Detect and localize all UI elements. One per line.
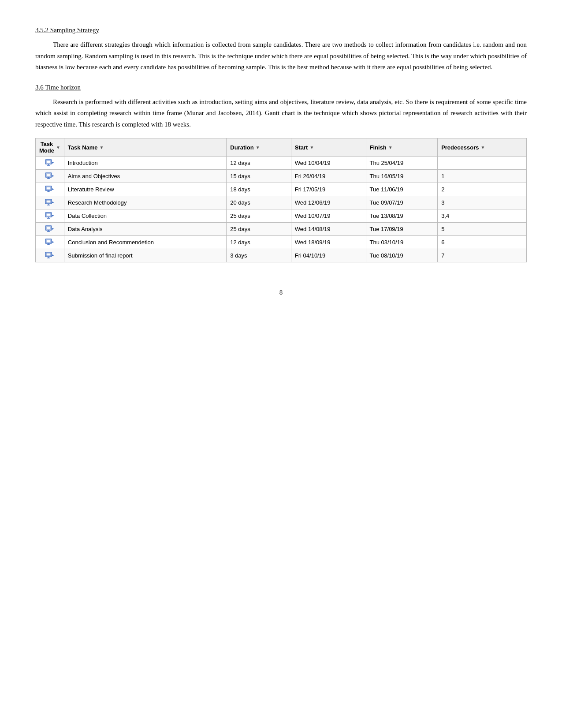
task-name-cell: Aims and Objectives <box>64 170 226 183</box>
predecessors-cell: 3 <box>438 196 527 209</box>
col-header-predecessors[interactable]: Predecessors ▼ <box>438 138 527 157</box>
table-row: Introduction12 daysWed 10/04/19Thu 25/04… <box>36 157 527 170</box>
start-cell: Wed 10/07/19 <box>291 209 366 223</box>
start-cell: Wed 10/04/19 <box>291 157 366 170</box>
section-36-paragraph: Research is performed with different act… <box>35 97 527 131</box>
col-header-duration-label: Duration <box>230 144 253 151</box>
predecessors-cell: 3,4 <box>438 209 527 223</box>
start-cell: Fri 26/04/19 <box>291 170 366 183</box>
finish-cell: Tue 09/07/19 <box>366 196 438 209</box>
col-header-task-name[interactable]: Task Name ▼ <box>64 138 226 157</box>
col-header-task-name-label: Task Name <box>68 144 98 151</box>
task-name-cell: Submission of final report <box>64 249 226 262</box>
col-header-predecessors-label: Predecessors <box>441 144 479 151</box>
svg-marker-39 <box>52 254 54 256</box>
svg-marker-9 <box>52 175 54 177</box>
task-name-cell: Introduction <box>64 157 226 170</box>
finish-cell: Thu 16/05/19 <box>366 170 438 183</box>
svg-rect-36 <box>46 253 51 256</box>
finish-cell: Tue 17/09/19 <box>366 223 438 236</box>
duration-cell: 15 days <box>227 170 291 183</box>
duration-cell: 20 days <box>227 196 291 209</box>
task-mode-icon <box>36 223 64 236</box>
task-mode-icon <box>36 209 64 223</box>
table-header-row: TaskMode ▼ Task Name ▼ Duration ▼ <box>36 138 527 157</box>
predecessors-dropdown-arrow[interactable]: ▼ <box>480 145 485 150</box>
finish-cell: Thu 03/10/19 <box>366 236 438 249</box>
finish-cell: Tue 13/08/19 <box>366 209 438 223</box>
task-mode-icon <box>36 170 64 183</box>
predecessors-cell: 5 <box>438 223 527 236</box>
task-mode-icon <box>36 236 64 249</box>
table-row: Aims and Objectives15 daysFri 26/04/19Th… <box>36 170 527 183</box>
section-36-heading: 3.6 Time horizon <box>35 84 527 91</box>
table-row: Submission of final report3 daysFri 04/1… <box>36 249 527 262</box>
duration-cell: 25 days <box>227 209 291 223</box>
svg-rect-31 <box>46 240 51 243</box>
svg-marker-24 <box>52 215 54 217</box>
col-header-task-mode-label: TaskMode <box>39 141 54 154</box>
table-row: Literatutre Review18 daysFri 17/05/19Tue… <box>36 183 527 196</box>
section-352-heading: 3.5.2 Sampling Strategy <box>35 26 527 34</box>
col-header-duration[interactable]: Duration ▼ <box>227 138 291 157</box>
predecessors-cell: 6 <box>438 236 527 249</box>
task-name-cell: Conclusion and Recommendetion <box>64 236 226 249</box>
page-number: 8 <box>35 289 527 296</box>
section-352-paragraph: There are different strategies through w… <box>35 39 527 73</box>
task-name-cell: Research Methodology <box>64 196 226 209</box>
finish-dropdown-arrow[interactable]: ▼ <box>388 145 393 150</box>
task-mode-icon <box>36 249 64 262</box>
duration-cell: 12 days <box>227 157 291 170</box>
table-row: Conclusion and Recommendetion12 daysWed … <box>36 236 527 249</box>
start-cell: Fri 04/10/19 <box>291 249 366 262</box>
svg-marker-29 <box>52 228 54 230</box>
finish-cell: Tue 11/06/19 <box>366 183 438 196</box>
col-header-finish[interactable]: Finish ▼ <box>366 138 438 157</box>
section-352: 3.5.2 Sampling Strategy There are differ… <box>35 26 527 73</box>
svg-marker-14 <box>52 188 54 190</box>
svg-rect-11 <box>46 187 51 190</box>
svg-rect-6 <box>46 174 51 176</box>
duration-cell: 12 days <box>227 236 291 249</box>
finish-cell: Tue 08/10/19 <box>366 249 438 262</box>
task-name-cell: Data Analysis <box>64 223 226 236</box>
start-cell: Wed 18/09/19 <box>291 236 366 249</box>
task-name-dropdown-arrow[interactable]: ▼ <box>100 145 104 150</box>
col-header-start[interactable]: Start ▼ <box>291 138 366 157</box>
duration-cell: 18 days <box>227 183 291 196</box>
start-cell: Fri 17/05/19 <box>291 183 366 196</box>
task-mode-icon <box>36 157 64 170</box>
table-row: Data Collection25 daysWed 10/07/19Tue 13… <box>36 209 527 223</box>
table-row: Research Methodology20 daysWed 12/06/19T… <box>36 196 527 209</box>
predecessors-cell: 7 <box>438 249 527 262</box>
start-cell: Wed 12/06/19 <box>291 196 366 209</box>
svg-marker-34 <box>52 241 54 243</box>
task-mode-icon <box>36 196 64 209</box>
start-dropdown-arrow[interactable]: ▼ <box>309 145 314 150</box>
svg-marker-4 <box>52 162 54 164</box>
predecessors-cell: 1 <box>438 170 527 183</box>
task-name-cell: Data Collection <box>64 209 226 223</box>
table-row: Data Analysis25 daysWed 14/08/19Tue 17/0… <box>36 223 527 236</box>
col-header-start-label: Start <box>295 144 308 151</box>
svg-rect-26 <box>46 227 51 229</box>
task-mode-icon <box>36 183 64 196</box>
svg-rect-16 <box>46 200 51 203</box>
finish-cell: Thu 25/04/19 <box>366 157 438 170</box>
svg-rect-21 <box>46 213 51 216</box>
predecessors-cell <box>438 157 527 170</box>
duration-dropdown-arrow[interactable]: ▼ <box>256 145 260 150</box>
duration-cell: 25 days <box>227 223 291 236</box>
predecessors-cell: 2 <box>438 183 527 196</box>
svg-marker-19 <box>52 202 54 203</box>
svg-rect-1 <box>46 161 51 163</box>
task-mode-dropdown-arrow[interactable]: ▼ <box>56 145 60 150</box>
task-name-cell: Literatutre Review <box>64 183 226 196</box>
start-cell: Wed 14/08/19 <box>291 223 366 236</box>
duration-cell: 3 days <box>227 249 291 262</box>
col-header-finish-label: Finish <box>370 144 387 151</box>
col-header-task-mode[interactable]: TaskMode ▼ <box>36 138 64 157</box>
section-36: 3.6 Time horizon Research is performed w… <box>35 84 527 263</box>
gantt-table: TaskMode ▼ Task Name ▼ Duration ▼ <box>35 138 527 262</box>
